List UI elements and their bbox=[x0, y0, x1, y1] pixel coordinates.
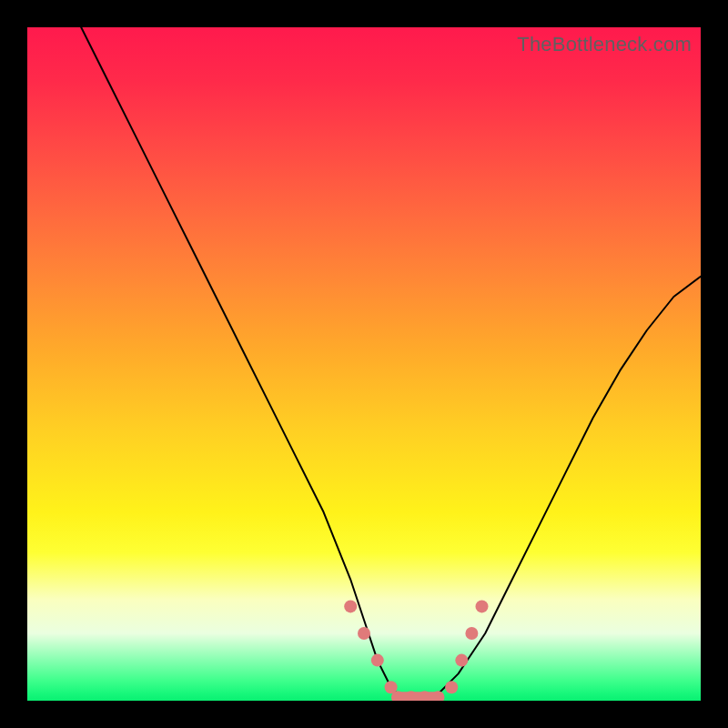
marker-dot bbox=[344, 600, 357, 612]
marker-dot bbox=[476, 600, 489, 612]
plot-area: TheBottleneck.com bbox=[27, 27, 701, 701]
marker-dot bbox=[371, 654, 384, 667]
marker-dot bbox=[445, 681, 458, 693]
curve-markers bbox=[344, 600, 488, 701]
curve-path bbox=[81, 27, 701, 701]
marker-bar bbox=[392, 692, 443, 701]
chart-frame: TheBottleneck.com bbox=[0, 0, 728, 728]
bottleneck-curve bbox=[27, 27, 701, 701]
marker-dot bbox=[465, 627, 478, 640]
marker-dot bbox=[455, 654, 468, 667]
marker-dot bbox=[358, 627, 370, 640]
